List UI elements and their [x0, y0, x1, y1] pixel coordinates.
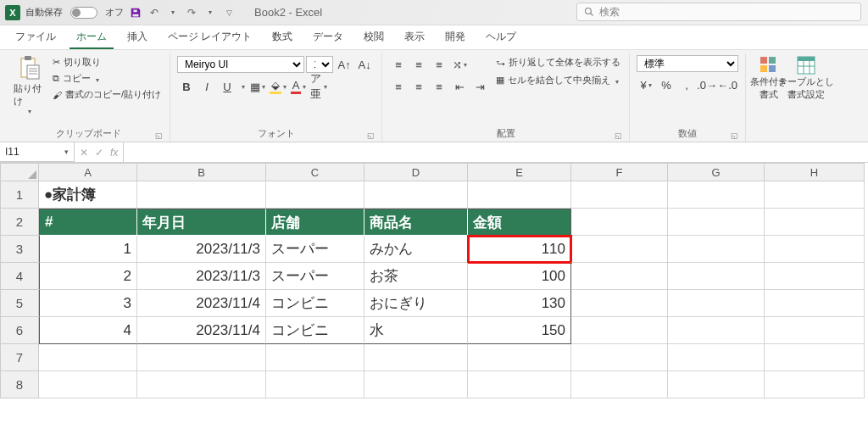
- row-header-2[interactable]: 2: [0, 209, 39, 236]
- cell-b6[interactable]: 2023/11/4: [137, 317, 266, 344]
- cell-d2[interactable]: 商品名: [364, 209, 468, 236]
- indent-decrease-icon[interactable]: ⇤: [450, 77, 469, 96]
- bold-button[interactable]: B: [177, 77, 196, 96]
- decrease-decimal-icon[interactable]: ←.0: [718, 75, 737, 94]
- cell[interactable]: [668, 263, 765, 290]
- copy-dd-icon[interactable]: [94, 74, 99, 84]
- cell[interactable]: [668, 236, 765, 263]
- cell-e3[interactable]: 110: [468, 236, 571, 263]
- cell-d4[interactable]: お茶: [364, 263, 468, 290]
- redo-icon[interactable]: ↷: [185, 6, 198, 20]
- cell[interactable]: [668, 209, 765, 236]
- align-top-icon[interactable]: ≡: [389, 55, 408, 74]
- cell-a5[interactable]: 3: [39, 290, 137, 317]
- cell-e4[interactable]: 100: [468, 263, 571, 290]
- percent-icon[interactable]: %: [657, 75, 676, 94]
- cell[interactable]: [468, 344, 571, 371]
- col-header-f[interactable]: F: [571, 163, 668, 181]
- underline-button[interactable]: U: [218, 77, 236, 96]
- cell[interactable]: [571, 263, 668, 290]
- cell[interactable]: [668, 371, 765, 398]
- font-dialog-icon[interactable]: ◱: [367, 131, 375, 140]
- cell[interactable]: [765, 236, 865, 263]
- cell[interactable]: [668, 317, 765, 344]
- cell[interactable]: [765, 371, 865, 398]
- cell[interactable]: [364, 371, 468, 398]
- cell-e2[interactable]: 金額: [468, 209, 571, 236]
- align-left-icon[interactable]: ≡: [389, 77, 408, 96]
- fill-color-button[interactable]: ⬙: [269, 77, 287, 96]
- search-box[interactable]: 検索: [576, 3, 861, 21]
- cell[interactable]: [137, 344, 266, 371]
- underline-dd-icon[interactable]: [238, 77, 247, 96]
- cell[interactable]: [571, 371, 668, 398]
- clipboard-dialog-icon[interactable]: ◱: [155, 131, 163, 140]
- autosave-toggle[interactable]: [70, 7, 97, 19]
- formula-input[interactable]: [124, 142, 868, 162]
- row-header-8[interactable]: 8: [0, 371, 39, 398]
- cell-c6[interactable]: コンビニ: [266, 317, 364, 344]
- cell[interactable]: [765, 209, 865, 236]
- cell[interactable]: [571, 181, 668, 209]
- orientation-icon[interactable]: ⤭: [450, 55, 469, 74]
- cell[interactable]: [571, 344, 668, 371]
- font-size-select[interactable]: 12: [306, 56, 333, 73]
- tab-formulas[interactable]: 数式: [265, 26, 299, 49]
- paste-button[interactable]: 貼り付け ▾: [14, 55, 46, 115]
- cell[interactable]: [571, 209, 668, 236]
- indent-increase-icon[interactable]: ⇥: [470, 77, 489, 96]
- tab-view[interactable]: 表示: [398, 26, 431, 49]
- currency-icon[interactable]: ¥: [637, 75, 655, 94]
- cell[interactable]: [266, 344, 364, 371]
- enter-formula-icon[interactable]: ✓: [95, 147, 103, 159]
- cell-a1[interactable]: ●家計簿: [39, 181, 137, 209]
- cell[interactable]: [668, 181, 765, 209]
- cell-d3[interactable]: みかん: [364, 236, 468, 263]
- col-header-h[interactable]: H: [765, 163, 865, 181]
- phonetic-button[interactable]: ア亜: [309, 77, 328, 96]
- cell[interactable]: [668, 344, 765, 371]
- format-as-table-button[interactable]: テーブルとし 書式設定: [790, 55, 822, 101]
- paste-dd-icon[interactable]: ▾: [28, 108, 31, 115]
- col-header-d[interactable]: D: [364, 163, 468, 181]
- cell-c4[interactable]: スーパー: [266, 263, 364, 290]
- number-dialog-icon[interactable]: ◱: [731, 131, 738, 140]
- border-button[interactable]: ▦: [248, 77, 267, 96]
- cell[interactable]: [765, 290, 865, 317]
- undo-dd-icon[interactable]: ▾: [166, 6, 180, 20]
- cell[interactable]: [39, 344, 137, 371]
- col-header-b[interactable]: B: [137, 163, 266, 181]
- fx-icon[interactable]: fx: [110, 147, 118, 159]
- cell[interactable]: [137, 371, 266, 398]
- name-box-dd-icon[interactable]: ▾: [64, 148, 69, 156]
- cell-b4[interactable]: 2023/11/3: [137, 263, 266, 290]
- cell-e5[interactable]: 130: [468, 290, 571, 317]
- cell[interactable]: [668, 290, 765, 317]
- cell-b3[interactable]: 2023/11/3: [137, 236, 266, 263]
- tab-help[interactable]: ヘルプ: [479, 26, 523, 49]
- cell[interactable]: [765, 317, 865, 344]
- cell-a2[interactable]: #: [39, 209, 137, 236]
- cancel-formula-icon[interactable]: ✕: [80, 147, 88, 159]
- cell-b2[interactable]: 年月日: [137, 209, 266, 236]
- align-bottom-icon[interactable]: ≡: [430, 55, 448, 74]
- font-name-select[interactable]: Meiryo UI: [177, 56, 304, 73]
- cut-button[interactable]: ✂切り取り: [51, 55, 163, 70]
- cell[interactable]: [137, 181, 266, 209]
- cell[interactable]: [266, 371, 364, 398]
- increase-font-icon[interactable]: A↑: [335, 55, 353, 74]
- undo-icon[interactable]: ↶: [147, 6, 161, 20]
- row-header-3[interactable]: 3: [0, 236, 39, 263]
- cell-c2[interactable]: 店舗: [266, 209, 364, 236]
- wrap-text-button[interactable]: ⮑折り返して全体を表示する: [494, 55, 622, 70]
- cell[interactable]: [765, 181, 865, 209]
- align-right-icon[interactable]: ≡: [430, 77, 448, 96]
- format-painter-button[interactable]: 🖌書式のコピー/貼り付け: [51, 87, 163, 102]
- cell[interactable]: [571, 290, 668, 317]
- cell-e6[interactable]: 150: [468, 317, 571, 344]
- row-header-6[interactable]: 6: [0, 317, 39, 344]
- cell[interactable]: [39, 371, 137, 398]
- italic-button[interactable]: I: [198, 77, 216, 96]
- tab-developer[interactable]: 開発: [438, 26, 472, 49]
- number-format-select[interactable]: 標準: [637, 55, 738, 72]
